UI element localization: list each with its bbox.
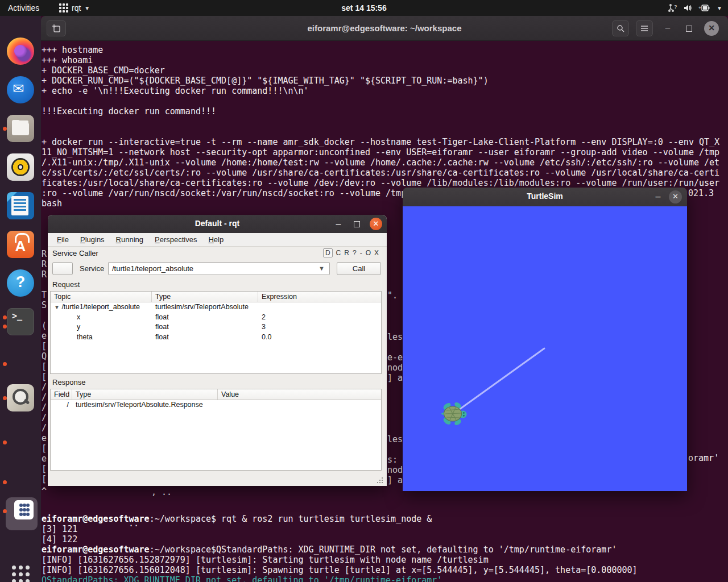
dock-item-window-b[interactable] [7, 429, 34, 456]
cell-topic: y [51, 322, 152, 332]
terminal-output-top: +++ hostname +++ whoami + DOCKER_BASE_CM… [42, 45, 719, 209]
running-indicator-dot [3, 315, 7, 319]
system-status-area[interactable]: ? + ▼ [668, 3, 722, 13]
maximize-button[interactable] [686, 26, 692, 32]
cell-type: float [152, 313, 258, 323]
terminal-text-fragment: / [42, 423, 47, 433]
service-combobox[interactable]: /turtle1/teleport_absolute ▼ [108, 262, 330, 275]
resize-grip[interactable] [377, 477, 383, 484]
dock-item-terminal[interactable] [7, 308, 34, 335]
hamburger-icon [640, 25, 648, 32]
menu-running[interactable]: Running [111, 234, 148, 246]
search-button[interactable] [612, 20, 629, 36]
request-row-x[interactable]: xfloat2 [51, 313, 381, 323]
request-row-y[interactable]: yfloat3 [51, 322, 381, 332]
terminal-text-fragment: [ [42, 474, 47, 484]
terminal-header[interactable]: eiforamr@edgesoftware: ~/workspace – ✕ [41, 16, 728, 41]
request-label: Request [52, 280, 80, 289]
rqt-titlebar[interactable]: Default - rqt – ✕ [48, 215, 387, 233]
terminal-text-fragment: e [42, 331, 47, 341]
dock-item-firefox[interactable] [7, 38, 34, 65]
panel-button--[interactable]: - [360, 249, 362, 257]
response-row[interactable]: /turtlesim/srv/TeleportAbsolute.Response [51, 400, 381, 410]
running-indicator-dot [3, 396, 7, 400]
help-icon [7, 269, 34, 297]
pen-trail [453, 348, 544, 414]
cell-value [218, 400, 378, 410]
running-indicator-dot [3, 325, 7, 329]
call-button[interactable]: Call [337, 262, 381, 275]
request-col-expression: Expression [258, 292, 378, 302]
dock [0, 16, 41, 582]
dock-item-libreoffice-writer[interactable] [7, 192, 34, 219]
rqt-window: Default - rqt – ✕ FilePluginsRunningPers… [48, 215, 387, 486]
battery-icon: + [698, 3, 711, 13]
rqt-close-button[interactable]: ✕ [370, 218, 382, 230]
rqt-maximize-button[interactable] [354, 221, 360, 227]
request-row-theta[interactable]: thetafloat0.0 [51, 332, 381, 343]
dock-item-ubuntu-software[interactable] [7, 231, 34, 258]
dock-item-help[interactable] [7, 269, 34, 297]
dock-item-window-c[interactable] [7, 468, 34, 496]
response-col-field: Field [51, 389, 72, 400]
cell-type: float [152, 332, 258, 343]
menu-perspectives[interactable]: Perspectives [150, 234, 201, 246]
cell-expression: 3 [258, 322, 378, 332]
terminal-text-fragment: [ [42, 341, 47, 351]
libreoffice-writer-icon [7, 192, 34, 219]
terminal-text-fragment: [ [42, 372, 47, 382]
turtlesim-canvas [403, 206, 687, 491]
dock-item-show-applications[interactable] [7, 560, 34, 582]
dock-item-screenshot-tool[interactable] [7, 384, 34, 411]
service-toolbar-button[interactable] [52, 262, 73, 275]
terminal-text-fragment: [ [42, 361, 47, 372]
turtlesim-close-button[interactable]: ✕ [669, 190, 682, 203]
show-applications-icon [7, 560, 34, 582]
dock-item-files[interactable] [7, 115, 34, 142]
dock-item-thunderbird[interactable] [7, 76, 34, 103]
running-indicator-dot [3, 480, 7, 484]
minimize-button[interactable]: – [661, 20, 675, 36]
menu-file[interactable]: File [52, 234, 73, 246]
clock[interactable]: set 14 15:56 [0, 3, 728, 13]
panel-button-d[interactable]: D [323, 248, 333, 257]
panel-button-c[interactable]: C [336, 249, 341, 257]
running-indicator-dot [3, 509, 7, 513]
rqt-active-highlight [6, 497, 38, 530]
turtlesim-minimize-button[interactable]: – [652, 190, 664, 203]
dock-item-rhythmbox[interactable] [7, 153, 34, 181]
turtle-sprite [441, 401, 467, 426]
terminal-text-fragment: ^ [42, 486, 47, 496]
panel-button-x[interactable]: X [374, 249, 379, 257]
turtlesim-titlebar[interactable]: TurtleSim – ✕ [403, 188, 687, 206]
menu-help[interactable]: Help [204, 234, 228, 246]
running-indicator-dot [3, 362, 7, 366]
cell-expression [258, 302, 378, 313]
terminal-icon [7, 308, 34, 335]
terminal-text-fragment: R [42, 269, 47, 280]
svg-text:?: ? [674, 4, 677, 10]
terminal-line: eiforamr@edgesoftware:~/workspace$QStand… [42, 544, 638, 555]
service-row: Service /turtle1/teleport_absolute ▼ Cal… [48, 261, 387, 277]
terminal-text-fragment: / [42, 402, 47, 413]
menu-plugins[interactable]: Plugins [76, 234, 109, 246]
request-col-type: Type [152, 292, 258, 302]
rhythmbox-icon [7, 153, 34, 181]
request-row-root[interactable]: ▼ /turtle1/teleport_absoluteturtlesim/sr… [51, 302, 381, 313]
menu-button[interactable] [636, 20, 653, 36]
rqt-minimize-button[interactable]: – [332, 218, 345, 230]
close-button[interactable]: ✕ [704, 21, 719, 36]
rqt-icon [14, 500, 34, 519]
panel-button-?[interactable]: ? [353, 249, 357, 257]
turtlesim-title: TurtleSim [403, 192, 687, 201]
response-table[interactable]: FieldTypeValue /turtlesim/srv/TeleportAb… [50, 389, 382, 471]
dock-item-window-a[interactable] [7, 350, 34, 377]
panel-button-r[interactable]: R [344, 249, 349, 257]
top-bar: Activities rqt ▼ set 14 15:56 ? + ▼ [0, 0, 728, 16]
panel-titlebar-buttons: DCR?-OX [323, 248, 379, 257]
panel-button-o[interactable]: O [366, 249, 371, 257]
terminal-text-fragment: oramr' [688, 453, 719, 463]
response-label: Response [52, 378, 86, 386]
request-table[interactable]: TopicTypeExpression ▼ /turtle1/teleport_… [50, 291, 382, 374]
cell-topic: x [51, 313, 152, 323]
